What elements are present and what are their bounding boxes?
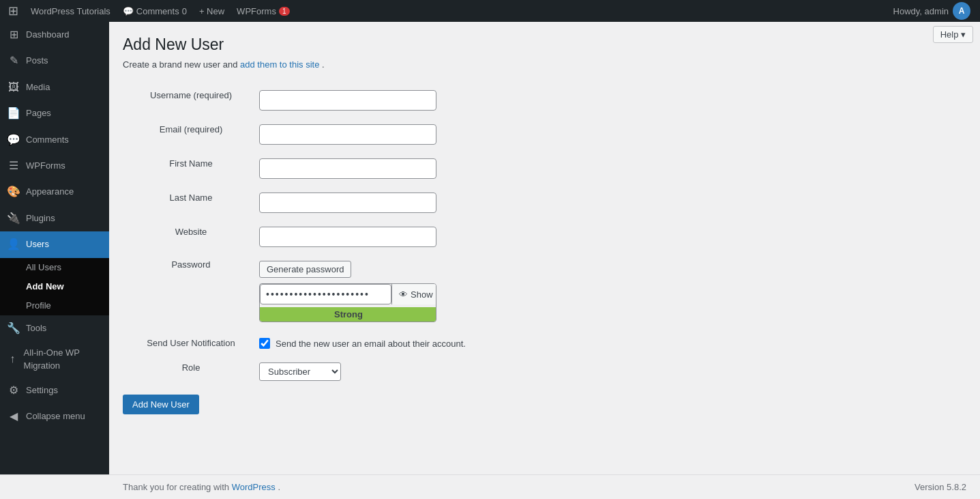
generate-password-button[interactable]: Generate password	[259, 261, 351, 278]
email-label: Email (required)	[123, 117, 259, 152]
tools-icon: 🔧	[7, 321, 20, 336]
lastname-label: Last Name	[123, 186, 259, 220]
password-top-row: 👁 Show	[260, 284, 436, 304]
notification-checkbox-label: Send the new user an email about their a…	[276, 339, 466, 349]
notification-row: Send User Notification Send the new user…	[123, 331, 466, 356]
password-input[interactable]	[260, 284, 391, 304]
footer: Thank you for creating with WordPress . …	[0, 474, 980, 499]
sidebar-item-profile[interactable]: Profile	[0, 296, 109, 315]
comments-icon: 💬	[123, 6, 134, 16]
footer-thanks: Thank you for creating with	[123, 482, 229, 492]
sidebar-item-settings[interactable]: ⚙ Settings	[0, 377, 109, 403]
admin-bar-left: ⊞ WordPress Tutorials 💬 Comments 0 + New…	[3, 0, 295, 22]
sidebar-label-wpforms: WPForms	[26, 160, 65, 172]
show-password-button[interactable]: 👁 Show	[391, 284, 436, 304]
sidebar-item-add-new[interactable]: Add New	[0, 277, 109, 296]
sidebar-item-appearance[interactable]: 🎨 Appearance	[0, 179, 109, 205]
sidebar-item-plugins[interactable]: 🔌 Plugins	[0, 205, 109, 231]
notification-label: Send User Notification	[123, 331, 259, 356]
howdy-item[interactable]: Howdy, admin A	[887, 2, 977, 20]
wrapper: ⊞ Dashboard ✎ Posts 🖼 Media 📄 Pages 💬 Co…	[0, 22, 980, 499]
dashboard-icon: ⊞	[7, 27, 20, 42]
add-new-user-button[interactable]: Add New User	[123, 395, 199, 414]
website-input[interactable]	[259, 227, 436, 247]
website-row: Website	[123, 220, 466, 254]
sidebar-item-users[interactable]: 👤 Users	[0, 231, 109, 257]
new-label: + New	[199, 6, 224, 16]
wpforms-label: WPForms	[237, 6, 276, 16]
submit-section: Add New User	[123, 388, 966, 414]
site-name-label: WordPress Tutorials	[31, 6, 110, 16]
password-row: Password Generate password 👁 Show	[123, 254, 466, 331]
sidebar-item-posts[interactable]: ✎ Posts	[0, 48, 109, 74]
sidebar-label-allinone: All-in-One WP Migration	[24, 347, 102, 371]
sidebar-label-posts: Posts	[26, 55, 48, 67]
password-label: Password	[123, 254, 259, 331]
comments-label: Comments	[136, 6, 179, 16]
sidebar-label-comments: Comments	[26, 134, 69, 146]
sidebar-item-all-users[interactable]: All Users	[0, 258, 109, 277]
wp-logo-item[interactable]: ⊞	[3, 0, 24, 22]
admin-bar-right: Howdy, admin A	[887, 2, 977, 20]
wordpress-link[interactable]: WordPress	[232, 482, 276, 492]
sidebar-item-media[interactable]: 🖼 Media	[0, 74, 109, 100]
website-label: Website	[123, 220, 259, 254]
wpforms-icon: ☰	[7, 158, 20, 173]
firstname-row: First Name	[123, 152, 466, 186]
sidebar-item-collapse[interactable]: ◀ Collapse menu	[0, 403, 109, 429]
collapse-icon: ◀	[7, 409, 20, 424]
new-item[interactable]: + New	[194, 0, 230, 22]
description-link[interactable]: add them to this site	[240, 59, 319, 70]
wpforms-badge: 1	[279, 7, 290, 16]
sidebar-item-all-in-one[interactable]: ↑ All-in-One WP Migration	[0, 341, 109, 377]
sidebar-label-pages: Pages	[26, 107, 51, 119]
sidebar-item-dashboard[interactable]: ⊞ Dashboard	[0, 22, 109, 48]
username-input[interactable]	[259, 90, 436, 111]
main-content: Add New User Create a brand new user and…	[109, 22, 980, 499]
role-select[interactable]: Subscriber Contributor Author Editor Adm…	[259, 362, 341, 381]
avatar-initial: A	[959, 6, 965, 16]
lastname-input[interactable]	[259, 193, 436, 213]
sidebar-label-dashboard: Dashboard	[26, 29, 70, 41]
sidebar-item-tools[interactable]: 🔧 Tools	[0, 315, 109, 341]
description-prefix: Create a brand new user and	[123, 59, 237, 70]
sidebar-item-pages[interactable]: 📄 Pages	[0, 100, 109, 126]
site-name-item[interactable]: WordPress Tutorials	[25, 0, 116, 22]
page-title: Add New User	[123, 35, 966, 54]
add-user-form: Username (required) Email (required) Fir…	[123, 83, 466, 388]
role-label: Role	[123, 356, 259, 388]
comments-icon: 💬	[7, 132, 20, 147]
sidebar-label-plugins: Plugins	[26, 212, 55, 225]
username-label: Username (required)	[123, 83, 259, 117]
screen-meta: Help ▾	[926, 22, 980, 47]
notification-checkbox-row: Send the new user an email about their a…	[259, 338, 466, 349]
description-suffix: .	[322, 59, 325, 70]
wp-logo-icon: ⊞	[8, 3, 18, 18]
sidebar-label-tools: Tools	[26, 322, 46, 334]
firstname-input[interactable]	[259, 158, 436, 179]
plugins-icon: 🔌	[7, 211, 20, 226]
avatar: A	[953, 2, 970, 20]
footer-text: Thank you for creating with WordPress .	[123, 482, 280, 492]
sidebar: ⊞ Dashboard ✎ Posts 🖼 Media 📄 Pages 💬 Co…	[0, 22, 109, 499]
howdy-label: Howdy, admin	[893, 6, 949, 16]
page-description: Create a brand new user and add them to …	[123, 59, 966, 70]
users-icon: 👤	[7, 237, 20, 252]
email-row: Email (required)	[123, 117, 466, 152]
allinone-icon: ↑	[7, 352, 18, 367]
role-row: Role Subscriber Contributor Author Edito…	[123, 356, 466, 388]
users-submenu: All Users Add New Profile	[0, 258, 109, 316]
profile-label: Profile	[26, 300, 51, 312]
notification-checkbox[interactable]	[259, 338, 270, 349]
wpforms-item[interactable]: WPForms 1	[231, 0, 295, 22]
help-button[interactable]: Help ▾	[933, 26, 973, 43]
admin-bar: ⊞ WordPress Tutorials 💬 Comments 0 + New…	[0, 0, 980, 22]
password-container: 👁 Show Strong	[259, 283, 436, 322]
firstname-label: First Name	[123, 152, 259, 186]
posts-icon: ✎	[7, 53, 20, 68]
comments-item[interactable]: 💬 Comments 0	[117, 0, 192, 22]
sidebar-item-comments[interactable]: 💬 Comments	[0, 127, 109, 153]
sidebar-item-wpforms[interactable]: ☰ WPForms	[0, 153, 109, 179]
sidebar-label-media: Media	[26, 81, 50, 94]
email-input[interactable]	[259, 124, 436, 145]
